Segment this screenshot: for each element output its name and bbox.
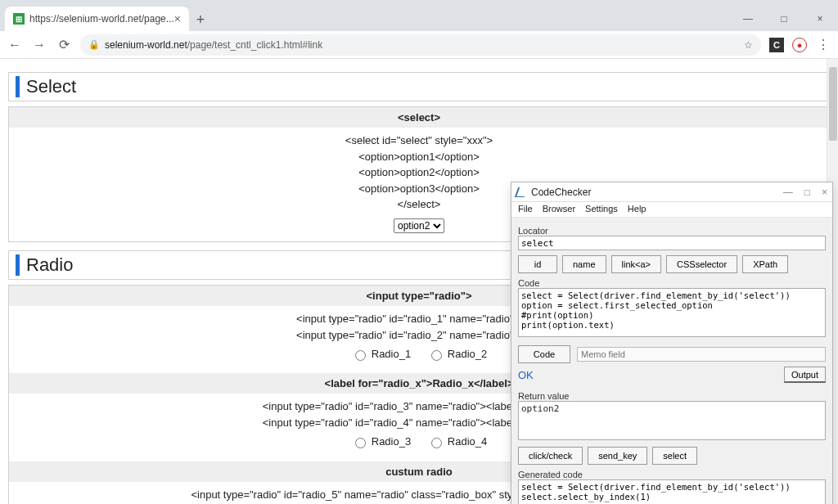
lock-icon: 🔒 [88,39,100,50]
back-button[interactable]: ← [7,38,23,52]
section-select: Select [8,72,830,101]
code-run-button[interactable]: Code [518,345,570,363]
radio-3[interactable]: Radio_3 [351,434,411,450]
radio-input[interactable] [355,350,366,361]
locator-css-button[interactable]: CSSselector [666,255,737,273]
window-close-button[interactable]: × [802,7,838,31]
window-maximize-button[interactable]: □ [766,7,802,31]
scrollbar-thumb[interactable] [829,67,837,141]
tab-title: https://selenium-world.net/page... [29,13,174,25]
menu-file[interactable]: File [518,204,533,214]
address-bar[interactable]: 🔒 selenium-world.net/page/test_cntl_clic… [80,34,761,56]
locator-label: Locator [518,226,826,236]
popup-titlebar[interactable]: CodeChecker — □ × [511,182,832,202]
locator-xpath-button[interactable]: XPath [742,255,788,273]
action-click-button[interactable]: click/check [518,447,583,465]
output-button[interactable]: Output [784,367,826,383]
menu-help[interactable]: Help [628,204,647,214]
code-line: <select id="select" style="xxx"> [9,133,829,149]
reload-button[interactable]: ⟳ [56,37,72,52]
code-line: <option>option2</option> [9,164,829,181]
close-tab-icon[interactable]: × [174,12,181,25]
radio-2[interactable]: Radio_2 [427,346,487,362]
locator-link-button[interactable]: link<a> [611,255,661,273]
window-minimize-button[interactable]: — [730,7,766,31]
locator-input[interactable] [518,236,826,250]
radio-4[interactable]: Radio_4 [427,434,487,450]
action-select-button[interactable]: select [652,447,697,465]
radio-input[interactable] [431,438,442,448]
codechecker-window: CodeChecker — □ × File Browser Settings … [511,182,833,504]
code-line: <option>option1</option> [9,149,829,165]
status-ok: OK [518,369,534,381]
radio-1[interactable]: Radio_1 [351,346,411,362]
browser-tab-strip: ⊞ https://selenium-world.net/page... × +… [0,0,838,31]
star-icon[interactable]: ☆ [744,39,753,51]
menu-settings[interactable]: Settings [585,204,618,214]
return-value-box: option2 [518,401,826,440]
browser-tab[interactable]: ⊞ https://selenium-world.net/page... × [5,7,189,31]
locator-name-button[interactable]: name [562,255,606,273]
radio-input[interactable] [431,350,442,361]
return-label: Return value [518,391,826,401]
popup-menubar: File Browser Settings Help [511,202,832,218]
new-tab-button[interactable]: + [189,8,212,31]
memo-field[interactable] [577,347,826,362]
code-label: Code [518,278,826,288]
favicon-icon: ⊞ [13,13,25,25]
section-title-select: Select [16,76,822,97]
code-textarea[interactable] [518,288,826,337]
extension-c-icon[interactable]: C [769,38,784,52]
popup-minimize-button[interactable]: — [783,187,793,198]
popup-maximize-button[interactable]: □ [804,187,810,198]
url-path: /page/test_cntl_click1.html#link [187,39,322,51]
popup-title: CodeChecker [531,187,591,198]
extension-profile-icon[interactable]: ● [792,38,807,52]
radio-input[interactable] [355,438,366,448]
action-sendkey-button[interactable]: send_key [588,447,647,465]
menu-browser[interactable]: Browser [543,204,575,214]
browser-toolbar: ← → ⟳ 🔒 selenium-world.net/page/test_cnt… [0,31,838,59]
forward-button[interactable]: → [31,38,47,52]
menu-icon[interactable]: ⋮ [815,37,831,52]
url-domain: selenium-world.net [105,39,187,51]
select-element[interactable]: option1 option2 option3 [394,218,444,233]
generated-code-label: Generated code [518,470,826,479]
generated-code-textarea[interactable] [518,479,826,504]
locator-id-button[interactable]: id [518,255,557,273]
select-panel-head: <select> [9,107,829,128]
popup-close-button[interactable]: × [822,187,827,198]
app-icon [515,187,528,197]
